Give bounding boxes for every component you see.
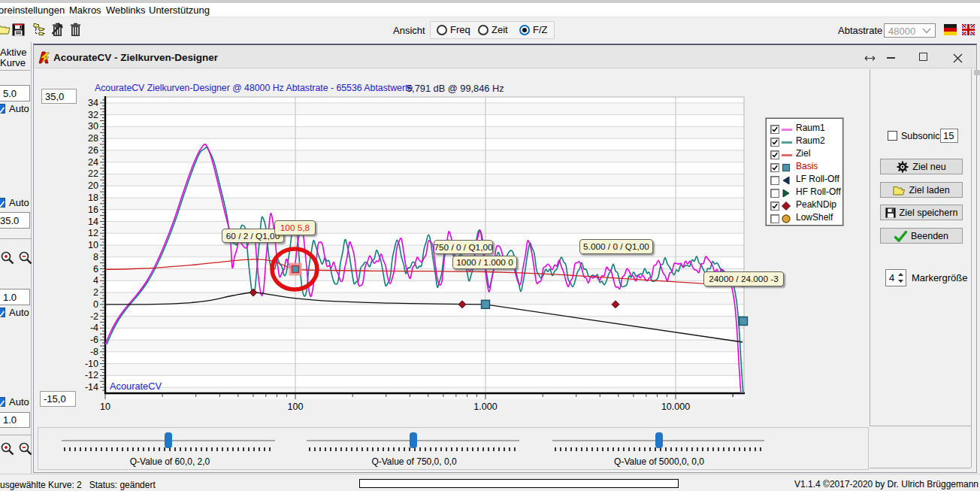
svg-text:16: 16 (88, 205, 98, 215)
svg-text:32: 32 (88, 110, 98, 120)
svg-text:-10: -10 (85, 359, 98, 369)
svg-text:12: 12 (88, 228, 98, 238)
svg-text:28: 28 (88, 133, 98, 144)
svg-text:-8: -8 (90, 347, 98, 357)
svg-text:0: 0 (93, 299, 98, 310)
svg-text:2: 2 (93, 287, 98, 298)
svg-text:26: 26 (88, 145, 98, 156)
svg-text:6: 6 (93, 264, 98, 274)
svg-text:10.000: 10.000 (661, 402, 690, 412)
svg-text:100: 100 (288, 402, 304, 412)
svg-text:18: 18 (88, 192, 98, 203)
svg-text:24: 24 (88, 157, 98, 168)
svg-text:30: 30 (88, 121, 98, 132)
svg-text:-14: -14 (85, 382, 98, 392)
svg-text:14: 14 (88, 217, 98, 227)
svg-text:10: 10 (88, 240, 98, 250)
svg-text:10: 10 (100, 402, 110, 412)
svg-text:20: 20 (88, 180, 98, 191)
svg-text:-2: -2 (90, 311, 98, 322)
svg-text:-12: -12 (85, 370, 98, 380)
svg-text:8: 8 (93, 252, 98, 262)
svg-text:34: 34 (88, 98, 98, 108)
svg-text:1.000: 1.000 (473, 402, 497, 412)
svg-text:22: 22 (88, 168, 98, 179)
svg-text:4: 4 (93, 275, 98, 286)
svg-text:-6: -6 (90, 335, 98, 345)
svg-text:-4: -4 (90, 323, 98, 333)
